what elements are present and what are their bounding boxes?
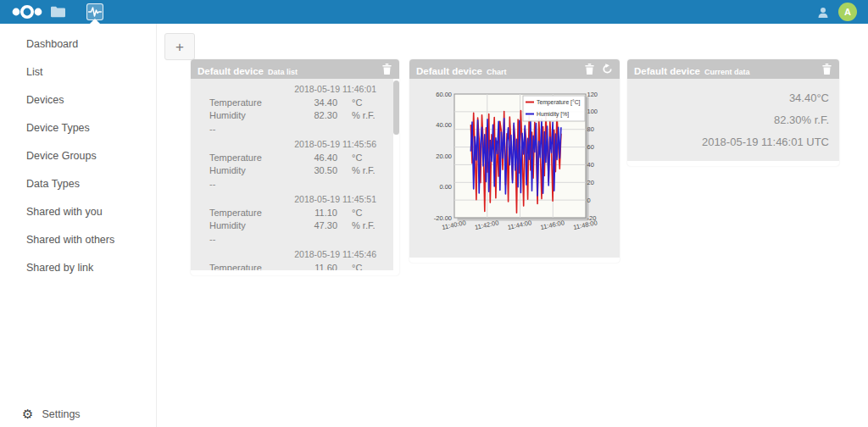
data-row-value: 30.50 bbox=[288, 164, 337, 178]
widget-data-list-body: 2018-05-19 11:46:01Temperature34.40°CHum… bbox=[191, 79, 399, 270]
widget-current-data-body: 34.40°C82.30% r.F.2018-05-19 11:46:01 UT… bbox=[627, 79, 839, 161]
widget-subtitle: Data list bbox=[268, 68, 298, 76]
data-row-separator: -- bbox=[191, 233, 399, 247]
person-icon bbox=[815, 5, 831, 20]
delete-widget-button[interactable] bbox=[381, 63, 392, 75]
settings-label: Settings bbox=[42, 408, 80, 420]
data-row-unit: °C bbox=[337, 262, 376, 271]
gear-icon: ⚙ bbox=[22, 408, 33, 421]
data-row-separator: -- bbox=[191, 123, 399, 136]
nextcloud-logo[interactable] bbox=[8, 3, 46, 21]
data-row-value: 34.40 bbox=[288, 97, 337, 110]
widget-title: Default device bbox=[634, 66, 700, 76]
widget-current-data-header: Default device Current data bbox=[627, 59, 839, 79]
data-list-group: 2018-05-19 11:45:46Temperature11.60°C bbox=[191, 248, 399, 270]
y-right-tick-label: 120 bbox=[587, 91, 598, 98]
data-row-value: 47.30 bbox=[288, 219, 337, 233]
sidebar-item-dashboard[interactable]: Dashboard bbox=[0, 30, 156, 58]
data-row-name: Humidity bbox=[209, 219, 288, 233]
widget-title: Default device bbox=[198, 66, 264, 76]
legend-label: Humidity [%] bbox=[537, 111, 569, 118]
data-row-value: 46.40 bbox=[288, 152, 337, 165]
active-app-indicator bbox=[90, 19, 100, 24]
y-axis-left-labels: 60.0040.0020.000.00-20.00 bbox=[434, 91, 452, 222]
y-right-tick-label: 60 bbox=[587, 143, 594, 151]
y-left-tick-label: 0.00 bbox=[439, 183, 452, 191]
widget-subtitle: Chart bbox=[487, 68, 507, 76]
current-data-line: 82.30% r.F. bbox=[627, 109, 839, 131]
refresh-chart-button[interactable] bbox=[602, 63, 613, 75]
sidebar-item-device-types[interactable]: Device Types bbox=[0, 114, 156, 141]
y-right-tick-label: 40 bbox=[587, 161, 594, 169]
timestamp: 2018-05-19 11:45:51 bbox=[191, 193, 399, 207]
sensorlogger-waveform-icon bbox=[88, 6, 102, 18]
contacts-menu-button[interactable] bbox=[815, 5, 831, 20]
data-row-unit: °C bbox=[337, 207, 376, 220]
widget-data-list-header: Default device Data list bbox=[191, 59, 399, 79]
data-list-group: 2018-05-19 11:45:51Temperature11.10°CHum… bbox=[191, 193, 399, 246]
data-row: Temperature11.60°C bbox=[191, 262, 399, 271]
files-app-button[interactable] bbox=[49, 3, 66, 20]
widget-current-data: Default device Current data 34.40°C82.30… bbox=[627, 59, 839, 166]
y-left-tick-label: 20.00 bbox=[436, 152, 452, 160]
data-row: Temperature11.10°C bbox=[191, 207, 399, 220]
data-row-unit: °C bbox=[337, 97, 376, 110]
data-row: Humidity47.30% r.F. bbox=[191, 219, 399, 233]
y-right-tick-label: 20 bbox=[587, 179, 594, 186]
y-right-tick-label: 100 bbox=[587, 108, 598, 115]
legend-label: Temperature [°C] bbox=[537, 99, 581, 106]
current-data-lines: 34.40°C82.30% r.F.2018-05-19 11:46:01 UT… bbox=[627, 79, 839, 153]
data-row-name: Temperature bbox=[209, 207, 288, 220]
delete-widget-button[interactable] bbox=[821, 63, 832, 75]
data-row-unit: % r.F. bbox=[337, 164, 376, 178]
widget-chart-header: Default device Chart bbox=[409, 59, 620, 79]
sidebar: DashboardListDevicesDevice TypesDevice G… bbox=[0, 24, 157, 427]
user-avatar[interactable]: A bbox=[838, 3, 857, 21]
delete-widget-button[interactable] bbox=[584, 63, 595, 75]
current-data-line: 2018-05-19 11:46:01 UTC bbox=[627, 131, 839, 153]
folder-icon bbox=[51, 6, 65, 18]
sidebar-item-shared-with-you[interactable]: Shared with you bbox=[0, 197, 156, 225]
data-row-name: Temperature bbox=[209, 262, 288, 271]
sidebar-item-devices[interactable]: Devices bbox=[0, 86, 156, 114]
data-row: Temperature34.40°C bbox=[191, 97, 399, 110]
scrollbar-thumb[interactable] bbox=[393, 80, 399, 135]
data-row-name: Temperature bbox=[209, 152, 288, 165]
data-row-value: 11.10 bbox=[288, 207, 337, 220]
chart-legend: Temperature [°C]Humidity [%] bbox=[523, 96, 585, 121]
data-list-group: 2018-05-19 11:45:56Temperature46.40°CHum… bbox=[191, 138, 399, 191]
data-row-unit: °C bbox=[337, 152, 376, 165]
data-row: Temperature46.40°C bbox=[191, 152, 399, 165]
data-row-unit: % r.F. bbox=[337, 109, 376, 123]
data-row-unit: % r.F. bbox=[337, 219, 376, 233]
widget-chart: Default device Chart 60.0040.0020.000.00… bbox=[409, 59, 620, 263]
sensorlogger-app-button[interactable] bbox=[86, 3, 103, 20]
settings-button[interactable]: ⚙ Settings bbox=[0, 402, 156, 427]
add-widget-button[interactable]: + bbox=[164, 33, 195, 60]
timestamp: 2018-05-19 11:45:56 bbox=[191, 138, 399, 152]
data-list-group: 2018-05-19 11:46:01Temperature34.40°CHum… bbox=[191, 83, 399, 136]
y-right-tick-label: 80 bbox=[587, 125, 594, 133]
chart-svg: 60.0040.0020.000.00-20.00120100806040200… bbox=[409, 79, 620, 258]
scrollbar-track[interactable] bbox=[393, 79, 399, 270]
y-right-tick-label: 0 bbox=[587, 197, 591, 204]
widget-data-list: Default device Data list 2018-05-19 11:4… bbox=[191, 59, 399, 275]
sidebar-nav: DashboardListDevicesDevice TypesDevice G… bbox=[0, 24, 156, 281]
data-row: Humidity30.50% r.F. bbox=[191, 164, 399, 178]
widget-chart-body: 60.0040.0020.000.00-20.00120100806040200… bbox=[409, 79, 620, 258]
data-row-name: Humidity bbox=[209, 109, 288, 123]
y-left-tick-label: 40.00 bbox=[436, 121, 452, 129]
timestamp: 2018-05-19 11:46:01 bbox=[191, 83, 399, 97]
sidebar-item-list[interactable]: List bbox=[0, 58, 156, 86]
data-row-value: 82.30 bbox=[288, 109, 337, 123]
widget-subtitle: Current data bbox=[704, 68, 750, 76]
timestamp: 2018-05-19 11:45:46 bbox=[191, 248, 399, 262]
sidebar-item-shared-with-others[interactable]: Shared with others bbox=[0, 225, 156, 253]
data-row-name: Temperature bbox=[209, 97, 288, 110]
data-row: Humidity82.30% r.F. bbox=[191, 109, 399, 123]
current-data-line: 34.40°C bbox=[627, 87, 839, 109]
data-row-value: 11.60 bbox=[288, 262, 337, 271]
sidebar-item-shared-by-link[interactable]: Shared by link bbox=[0, 253, 156, 281]
sidebar-item-device-groups[interactable]: Device Groups bbox=[0, 141, 156, 169]
sidebar-item-data-types[interactable]: Data Types bbox=[0, 169, 156, 197]
